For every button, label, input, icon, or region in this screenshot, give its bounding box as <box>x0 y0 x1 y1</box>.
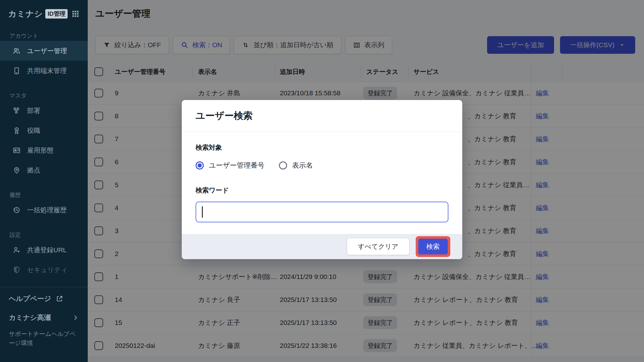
sidebar-item-label: 雇用形態 <box>27 146 53 155</box>
sidebar-section-label: アカウント <box>9 32 88 40</box>
sidebar-item-user-plus[interactable]: 共通登録URL <box>0 240 88 260</box>
sidebar-item-id-card[interactable]: 雇用形態 <box>0 140 88 160</box>
org-chart-icon <box>12 106 21 115</box>
action-highlight-box: 検索 <box>416 236 450 257</box>
logo-row: カミナシ ID管理 <box>0 0 88 28</box>
sidebar-item-label: 一括処理履歴 <box>27 206 67 214</box>
text-cursor <box>202 206 203 218</box>
keyword-label: 検索ワード <box>196 186 448 195</box>
sidebar-menu: アカウントユーザー管理共用端末管理マスタ部署役職雇用形態拠点履歴一括処理履歴設定… <box>0 28 88 287</box>
sidebar-section-label: マスタ <box>9 92 88 99</box>
history-icon <box>12 205 21 215</box>
id-card-icon <box>12 146 21 155</box>
keyword-input[interactable] <box>196 202 448 222</box>
sidebar-item-history[interactable]: 一括処理履歴 <box>0 200 88 220</box>
sidebar-item-label: 共用端末管理 <box>27 66 67 75</box>
map-pin-icon <box>12 165 21 175</box>
sidebar-item-label: 部署 <box>27 106 40 115</box>
sidebar-item-map-pin[interactable]: 拠点 <box>0 160 88 180</box>
sidebar: カミナシ ID管理 アカウントユーザー管理共用端末管理マスタ部署役職雇用形態拠点… <box>0 0 88 362</box>
clear-all-button[interactable]: すべてクリア <box>347 238 409 255</box>
sidebar-bottom: ヘルプページ カミナシ高瀬 サポートチームヘルプページ環境 <box>0 287 88 362</box>
radio-user-number[interactable] <box>196 161 204 170</box>
user-search-modal: ユーザー検索 検索対象 ユーザー管理番号 表示名 検索ワード すべてクリア 検索 <box>182 100 462 259</box>
sidebar-item-label: セキュリティ <box>27 265 68 274</box>
sidebar-item-tablet[interactable]: 共用端末管理 <box>0 61 88 81</box>
brand-logo: カミナシ <box>8 8 43 19</box>
radio-display-name[interactable] <box>279 161 287 170</box>
sidebar-item-label: 役職 <box>27 126 40 135</box>
sidebar-item-label: ユーザー管理 <box>27 47 67 55</box>
sidebar-item-shield: セキュリティ <box>0 260 88 280</box>
brand-badge: ID管理 <box>45 9 68 19</box>
user-plus-icon <box>12 245 21 255</box>
medal-icon <box>12 126 21 135</box>
sidebar-item-label: 共通登録URL <box>27 246 67 254</box>
tablet-icon <box>12 66 21 75</box>
sidebar-item-org-chart[interactable]: 部署 <box>0 101 88 120</box>
help-page-label: ヘルプページ <box>9 294 51 304</box>
users-icon <box>12 46 21 56</box>
account-menu[interactable]: カミナシ高瀬 <box>9 313 79 322</box>
search-submit-label: 検索 <box>426 243 440 250</box>
apps-grid-icon[interactable] <box>71 10 80 18</box>
sidebar-item-license[interactable]: ライセンス <box>0 280 88 287</box>
search-submit-button[interactable]: 検索 <box>418 239 448 254</box>
account-name: カミナシ高瀬 <box>9 313 51 322</box>
sidebar-item-users[interactable]: ユーザー管理 <box>0 41 88 61</box>
sidebar-section-label: 履歴 <box>9 191 88 199</box>
help-page-link[interactable]: ヘルプページ <box>9 294 79 304</box>
radio-display-name-label[interactable]: 表示名 <box>292 161 313 170</box>
sidebar-item-medal[interactable]: 役職 <box>0 120 88 140</box>
clear-all-label: すべてクリア <box>358 243 398 250</box>
external-link-icon <box>56 295 63 303</box>
modal-header: ユーザー検索 <box>182 100 462 132</box>
sidebar-item-label: 拠点 <box>27 166 40 175</box>
chevron-right-icon <box>72 314 79 321</box>
search-target-label: 検索対象 <box>196 143 448 152</box>
modal-title: ユーザー検索 <box>196 109 253 122</box>
sidebar-section-label: 設定 <box>9 231 88 239</box>
modal-footer: すべてクリア 検索 <box>182 234 462 259</box>
search-target-radio-group: ユーザー管理番号 表示名 <box>196 161 448 170</box>
shield-icon <box>12 265 21 275</box>
environment-note: サポートチームヘルプページ環境 <box>9 329 79 348</box>
radio-user-number-label[interactable]: ユーザー管理番号 <box>209 161 264 170</box>
modal-body: 検索対象 ユーザー管理番号 表示名 検索ワード <box>182 132 462 234</box>
